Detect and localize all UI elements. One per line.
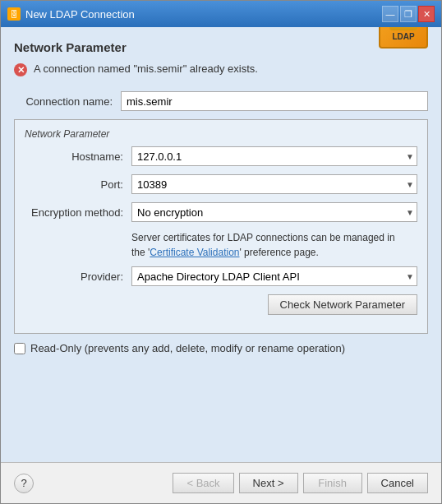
maximize-button[interactable]: ❐ (400, 6, 417, 22)
error-row: ✕ A connection named "mis.semir" already… (14, 62, 258, 76)
network-param-box-title: Network Parameter (25, 128, 417, 140)
title-bar: 🗄 New LDAP Connection — ❐ ✕ (1, 1, 441, 27)
cert-info: Server certificates for LDAP connections… (131, 230, 417, 260)
cert-info-line2a: the ' (131, 247, 150, 258)
section-header-block: Network Parameter ✕ A connection named "… (14, 40, 258, 88)
ldap-cylinder-icon (389, 27, 417, 30)
header-top: Network Parameter ✕ A connection named "… (14, 40, 428, 88)
close-button[interactable]: ✕ (418, 6, 435, 22)
network-param-box: Network Parameter Hostname: 127.0.0.1 ▼ … (14, 119, 428, 334)
hostname-group: Hostname: 127.0.0.1 ▼ (25, 146, 417, 166)
encryption-label: Encryption method: (25, 206, 131, 219)
port-wrapper: 10389 ▼ (131, 174, 417, 194)
minimize-button[interactable]: — (382, 6, 398, 22)
provider-label: Provider: (25, 270, 131, 283)
ldap-logo: LDAP (379, 27, 428, 49)
connection-name-label: Connection name: (14, 95, 121, 108)
footer-left: ? (14, 474, 34, 493)
content-area: Network Parameter ✕ A connection named "… (1, 27, 441, 462)
error-message: A connection named "mis.semir" already e… (34, 62, 258, 75)
port-label: Port: (25, 178, 131, 191)
port-select[interactable]: 10389 (131, 174, 417, 194)
provider-wrapper: Apache Directory LDAP Client API JNDI ▼ (131, 266, 417, 286)
finish-button[interactable]: Finish (303, 473, 362, 493)
certificate-validation-link[interactable]: Certificate Validation (150, 247, 239, 258)
connection-name-group: Connection name: (14, 91, 428, 111)
title-controls: — ❐ ✕ (382, 6, 435, 22)
connection-name-input[interactable] (121, 91, 428, 111)
readonly-row: Read-Only (prevents any add, delete, mod… (14, 342, 428, 354)
hostname-select[interactable]: 127.0.0.1 (131, 146, 417, 166)
encryption-group: Encryption method: No encryption Use SSL… (25, 202, 417, 222)
readonly-label: Read-Only (prevents any add, delete, mod… (30, 342, 345, 354)
next-button[interactable]: Next > (239, 473, 298, 493)
window-icon: 🗄 (7, 7, 21, 21)
footer: ? < Back Next > Finish Cancel (1, 462, 441, 503)
help-button[interactable]: ? (14, 474, 34, 493)
ldap-logo-text: LDAP (392, 32, 414, 41)
hostname-label: Hostname: (25, 150, 131, 163)
check-btn-row: Check Network Parameter (25, 294, 417, 315)
cert-info-line1: Server certificates for LDAP connections… (131, 232, 395, 243)
back-button[interactable]: < Back (173, 473, 233, 493)
cert-info-line2b: ' preference page. (239, 247, 318, 258)
check-network-button[interactable]: Check Network Parameter (268, 294, 417, 315)
title-bar-left: 🗄 New LDAP Connection (7, 7, 135, 21)
encryption-wrapper: No encryption Use SSL encryption (ldaps:… (131, 202, 417, 222)
section-title: Network Parameter (14, 40, 258, 54)
provider-select[interactable]: Apache Directory LDAP Client API JNDI (131, 266, 417, 286)
readonly-checkbox[interactable] (14, 343, 25, 354)
encryption-select[interactable]: No encryption Use SSL encryption (ldaps:… (131, 202, 417, 222)
cancel-button[interactable]: Cancel (367, 473, 428, 493)
window-title: New LDAP Connection (25, 8, 135, 21)
main-window: 🗄 New LDAP Connection — ❐ ✕ Network Para… (0, 0, 442, 504)
port-group: Port: 10389 ▼ (25, 174, 417, 194)
footer-right: < Back Next > Finish Cancel (173, 473, 428, 493)
error-icon: ✕ (14, 63, 27, 76)
hostname-wrapper: 127.0.0.1 ▼ (131, 146, 417, 166)
provider-group: Provider: Apache Directory LDAP Client A… (25, 266, 417, 286)
